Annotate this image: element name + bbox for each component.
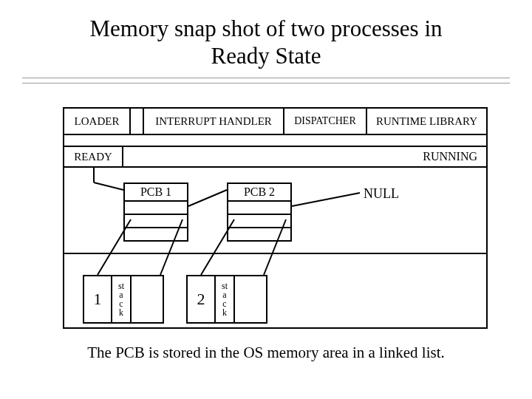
- svg-line-1: [94, 183, 123, 190]
- process-2: 2 st a c k: [186, 275, 267, 324]
- process-2-id: 2: [188, 276, 216, 322]
- pcb-2-field: [228, 202, 290, 215]
- module-gap: [131, 109, 144, 134]
- pcb-2: PCB 2: [227, 183, 292, 242]
- pcb-2-field: [228, 215, 290, 228]
- module-interrupt-handler: INTERRUPT HANDLER: [144, 109, 284, 134]
- null-label: NULL: [364, 186, 399, 202]
- process-1: 1 st a c k: [83, 275, 164, 324]
- process-1-area: [132, 276, 163, 322]
- svg-line-3: [292, 193, 360, 206]
- caption: The PCB is stored in the OS memory area …: [0, 344, 532, 362]
- pcb-1-field: [125, 202, 187, 215]
- pcb-2-label: PCB 2: [228, 184, 290, 202]
- os-user-divider: [64, 253, 486, 254]
- running-label: RUNNING: [423, 150, 477, 163]
- title-underline: [22, 78, 510, 83]
- pcb-1-field: [125, 228, 187, 240]
- process-2-area: [235, 276, 266, 322]
- ready-queue-label: READY: [64, 147, 123, 166]
- pcb-1-field: [125, 215, 187, 228]
- os-module-row: LOADER INTERRUPT HANDLER DISPATCHER RUNT…: [64, 109, 486, 135]
- pcb-1-label: PCB 1: [125, 184, 187, 202]
- slide: Memory snap shot of two processes in Rea…: [0, 0, 532, 399]
- process-1-stack: st a c k: [112, 276, 132, 322]
- process-2-stack: st a c k: [216, 276, 235, 322]
- module-dispatcher: DISPATCHER: [284, 109, 367, 134]
- process-1-id: 1: [84, 276, 112, 322]
- memory-box: LOADER INTERRUPT HANDLER DISPATCHER RUNT…: [63, 107, 488, 329]
- slide-title: Memory snap shot of two processes in Rea…: [0, 15, 532, 69]
- pcb-2-field: [228, 228, 290, 240]
- queue-row: READY RUNNING: [64, 146, 486, 168]
- pcb-1: PCB 1: [123, 183, 188, 242]
- queue-row-rest: RUNNING: [123, 147, 486, 166]
- module-loader: LOADER: [64, 109, 131, 134]
- svg-line-2: [188, 190, 227, 206]
- module-runtime-library: RUNTIME LIBRARY: [367, 109, 486, 134]
